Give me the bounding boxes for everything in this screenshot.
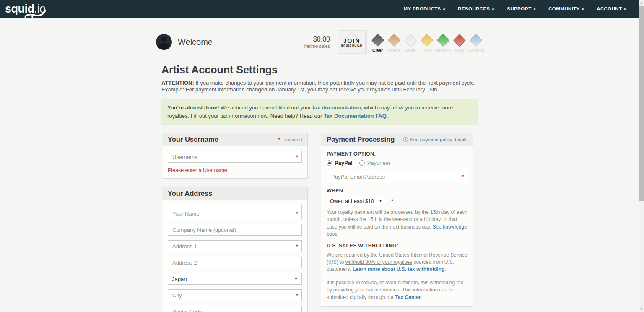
nav-menu-item[interactable]: ACCOUNT » <box>597 6 626 11</box>
royalty-schedule-note: Your royalty payment will be processed b… <box>327 209 467 238</box>
tier-item[interactable]: Clear <box>369 31 386 53</box>
chevron-double-down-icon: » <box>441 8 446 10</box>
nav-menu-item[interactable]: RESOURCES » <box>458 6 494 11</box>
alert-bold: You're almost done! <box>167 104 219 111</box>
payment-threshold-select[interactable]: Owed at Least $10 ▼ <box>327 197 385 205</box>
welcome-text: Welcome <box>178 37 213 47</box>
logo[interactable]: squid.io <box>5 0 46 18</box>
payment-panel: Payment Processing i See payment policy … <box>321 133 473 307</box>
tier-label: Ruby <box>454 48 464 53</box>
tax-center-link[interactable]: Tax Center <box>395 294 421 300</box>
tier-item[interactable]: Emerald <box>435 31 451 53</box>
required-legend: - required <box>282 137 302 142</box>
payment-threshold-value: Owed at Least $10 <box>330 198 374 204</box>
address-field-input[interactable] <box>168 257 302 268</box>
tier-item[interactable]: Bronze <box>386 31 402 53</box>
radio-unselected-icon <box>359 160 365 166</box>
required-star: * <box>391 198 393 204</box>
tier-label: Emerald <box>435 48 451 53</box>
payoneer-radio-label: Payoneer <box>367 160 391 166</box>
tier-label: Gold <box>422 48 431 53</box>
address-field-input[interactable] <box>168 289 302 301</box>
tier-label: Silver <box>405 48 415 53</box>
username-error: Please enter a Username. <box>168 167 302 173</box>
chevron-double-down-icon: » <box>491 8 495 10</box>
squid-tentacle-icon <box>21 10 53 23</box>
country-select-value: Japan <box>172 276 187 282</box>
nav-menu-item-label: MY PRODUCTS <box>404 6 441 11</box>
nav-menu: MY PRODUCTS » RESOURCES » SUPPORT » COMM… <box>404 6 627 11</box>
lifetime-sales-label: lifetime sales <box>303 44 330 49</box>
scroll-up-arrow-icon[interactable]: ▲ <box>639 0 644 6</box>
payment-panel-title: Payment Processing <box>327 135 395 143</box>
when-label: WHEN: <box>327 188 467 194</box>
page-title: Artist Account Settings <box>161 64 478 76</box>
chevron-double-down-icon: » <box>623 8 627 10</box>
paypal-email-input[interactable] <box>327 171 467 182</box>
payoneer-radio[interactable]: Payoneer <box>359 160 391 166</box>
paypal-radio-label: PayPal <box>335 160 353 166</box>
tier-label: Clear <box>372 48 383 53</box>
address-field-input[interactable] <box>168 306 302 312</box>
tier-gem-icon <box>387 34 400 47</box>
scrollbar[interactable]: ▲ ▼ <box>639 0 644 312</box>
radio-selected-icon <box>327 160 332 166</box>
avatar[interactable] <box>156 34 172 50</box>
tax-documentation-faq-link[interactable]: Tax Documentation FAQ <box>324 113 387 119</box>
address-panel: Your Address * <box>162 187 308 312</box>
required-star: * <box>278 136 280 143</box>
required-star: * <box>296 243 298 250</box>
nav-menu-item-label: RESOURCES <box>458 6 490 11</box>
lifetime-sales: $0.00 lifetime sales <box>303 35 337 48</box>
nav-menu-item-label: ACCOUNT <box>597 6 622 11</box>
scrollbar-thumb[interactable] <box>639 6 644 201</box>
tier-label: Diamond <box>467 48 484 53</box>
join-badge-line1: JOIN <box>343 37 361 44</box>
address-field-input[interactable] <box>168 208 302 219</box>
info-icon: i <box>403 137 408 142</box>
address-field-input[interactable] <box>168 224 302 236</box>
chevron-down-icon: ▼ <box>294 277 298 281</box>
username-input[interactable] <box>168 151 302 163</box>
tier-item[interactable]: Silver <box>402 31 418 53</box>
attention-text: ATTENTION: If you make changes to your p… <box>161 80 478 94</box>
withhold-30-link[interactable]: withhold 30% of your royalties <box>345 259 412 265</box>
tier-gem-icon <box>404 34 417 47</box>
us-tax-withholding-link[interactable]: Learn more about U.S. tax withholding <box>353 266 444 272</box>
required-star: * <box>296 292 298 299</box>
tier-item[interactable]: Diamond <box>467 31 484 53</box>
tier-list: Clear Bronze Silver <box>367 31 484 53</box>
withholding-paragraph-1: We are required by the United States Int… <box>327 252 467 273</box>
paypal-radio[interactable]: PayPal <box>327 160 353 166</box>
chevron-double-down-icon: » <box>580 8 585 10</box>
required-star: * <box>296 211 298 217</box>
scroll-down-arrow-icon[interactable]: ▼ <box>639 306 644 312</box>
nav-menu-item[interactable]: MY PRODUCTS » <box>404 6 446 11</box>
join-squidguild-badge[interactable]: JOIN SQUIDGUILD <box>338 30 366 54</box>
nav-menu-item-label: SUPPORT <box>507 6 531 11</box>
address-panel-title: Your Address <box>168 190 212 198</box>
username-panel: Your Username * - required * Please <box>162 133 308 179</box>
payment-option-label: PAYMENT OPTION: <box>327 151 467 157</box>
username-panel-title: Your Username <box>168 135 218 143</box>
tier-gem-icon <box>469 34 482 47</box>
tier-gem-icon <box>436 34 449 47</box>
join-badge-line2: SQUIDGUILD <box>341 44 363 47</box>
nav-menu-item-label: COMMUNITY <box>548 6 580 11</box>
payment-policy-link[interactable]: See payment policy details <box>410 137 467 142</box>
tier-item[interactable]: Ruby <box>451 31 467 53</box>
divider <box>337 30 337 54</box>
tax-alert: You're almost done! We noticed you haven… <box>161 99 478 126</box>
page-area: Welcome $0.00 lifetime sales JOIN SQUIDG… <box>0 18 639 312</box>
address-field-input[interactable] <box>168 240 302 252</box>
tax-documentation-link[interactable]: tax documentation <box>312 104 361 111</box>
tier-gem-icon <box>420 34 433 47</box>
attention-bold: ATTENTION: <box>161 80 194 86</box>
chevron-down-icon: ▼ <box>379 200 382 203</box>
country-select[interactable]: Japan ▼ <box>168 273 302 285</box>
top-nav: squid.io MY PRODUCTS » RESOURCES » SUPPO… <box>0 0 639 18</box>
nav-menu-item[interactable]: SUPPORT » <box>507 6 536 11</box>
tier-item[interactable]: Gold <box>418 31 435 53</box>
chevron-double-down-icon: » <box>532 8 537 10</box>
nav-menu-item[interactable]: COMMUNITY » <box>548 6 584 11</box>
